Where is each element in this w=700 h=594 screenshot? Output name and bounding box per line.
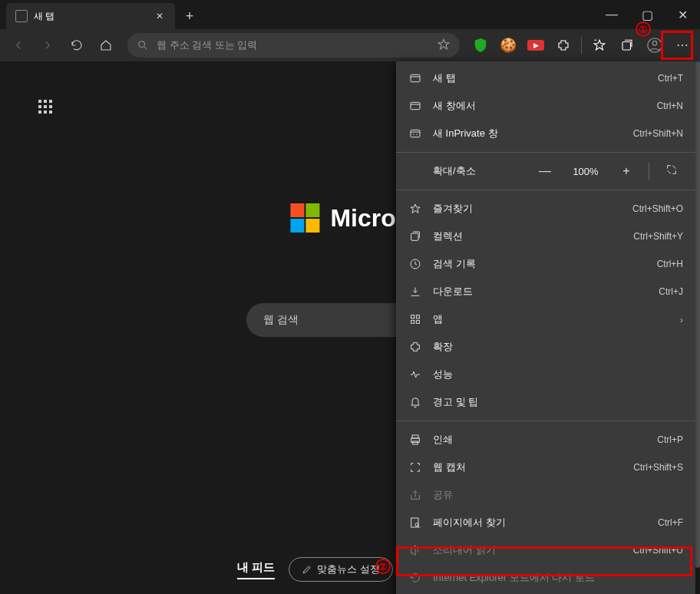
svg-rect-15 bbox=[416, 320, 419, 323]
menu-shortcut: Ctrl+Shift+O bbox=[632, 203, 683, 214]
window-icon bbox=[408, 72, 422, 84]
menu-print[interactable]: 인쇄 Ctrl+P bbox=[396, 426, 695, 454]
svg-point-3 bbox=[652, 41, 657, 46]
inprivate-icon bbox=[408, 127, 422, 140]
shield-extension-icon[interactable] bbox=[467, 32, 494, 58]
menu-alerts[interactable]: 경고 및 팁 bbox=[396, 388, 695, 416]
address-bar[interactable]: 웹 주소 검색 또는 입력 bbox=[127, 33, 460, 58]
more-menu-button[interactable] bbox=[669, 32, 695, 58]
menu-new-window[interactable]: 새 창에서 Ctrl+N bbox=[396, 92, 695, 120]
search-placeholder: 웹 검색 bbox=[263, 313, 299, 327]
forward-button[interactable] bbox=[34, 32, 61, 58]
browser-tab[interactable]: 새 탭 ✕ bbox=[6, 3, 175, 29]
puzzle-icon bbox=[408, 341, 422, 353]
feed-tab-myfeed[interactable]: 내 피드 bbox=[237, 560, 275, 579]
window-icon bbox=[408, 100, 422, 112]
printer-icon bbox=[408, 434, 422, 446]
callout-one: ① bbox=[636, 21, 651, 37]
menu-label: 페이지에서 찾기 bbox=[433, 516, 506, 530]
menu-web-capture[interactable]: 웹 캡처 Ctrl+Shift+S bbox=[396, 454, 695, 481]
video-extension-icon[interactable]: ▶ bbox=[523, 32, 549, 58]
menu-shortcut: Ctrl+J bbox=[659, 286, 683, 297]
back-button[interactable] bbox=[5, 32, 32, 58]
menu-label: 성능 bbox=[433, 368, 453, 381]
menu-read-aloud: 소리내어 읽기 Ctrl+Shift+U bbox=[396, 536, 695, 564]
apps-icon bbox=[408, 313, 422, 325]
menu-shortcut: Ctrl+Shift+Y bbox=[633, 231, 683, 242]
logo-area: Micros bbox=[290, 203, 409, 233]
menu-label: 새 InPrivate 창 bbox=[433, 127, 498, 140]
pencil-icon bbox=[302, 564, 312, 575]
menu-label: 즐겨찾기 bbox=[433, 202, 473, 216]
capture-icon bbox=[408, 461, 422, 474]
menu-shortcut: Ctrl+P bbox=[657, 434, 683, 445]
customize-news-label: 맞춤뉴스 설정 bbox=[317, 563, 380, 576]
favorites-toolbar-button[interactable] bbox=[586, 32, 612, 58]
svg-rect-18 bbox=[413, 441, 418, 444]
ie-reload-icon bbox=[408, 572, 422, 584]
search-icon bbox=[137, 39, 149, 51]
svg-rect-10 bbox=[411, 233, 418, 240]
svg-rect-12 bbox=[411, 315, 414, 318]
svg-rect-8 bbox=[411, 102, 420, 109]
menu-new-inprivate[interactable]: 새 InPrivate 창 Ctrl+Shift+N bbox=[396, 120, 695, 147]
heartbeat-icon bbox=[408, 368, 422, 381]
menu-label: 인쇄 bbox=[433, 433, 453, 447]
svg-point-5 bbox=[682, 45, 683, 46]
callout-two: ② bbox=[375, 559, 391, 574]
titlebar: 새 탭 ✕ + — ▢ ✕ bbox=[0, 0, 700, 29]
menu-collections[interactable]: 컬렉션 Ctrl+Shift+Y bbox=[396, 223, 695, 250]
tab-favicon-icon bbox=[15, 10, 28, 22]
svg-rect-1 bbox=[622, 42, 631, 51]
favorite-star-icon[interactable] bbox=[437, 38, 451, 54]
svg-rect-13 bbox=[416, 315, 419, 318]
menu-shortcut: Ctrl+Shift+U bbox=[633, 545, 683, 556]
new-tab-button[interactable]: + bbox=[175, 3, 204, 29]
cookie-extension-icon[interactable]: 🍪 bbox=[495, 32, 521, 58]
menu-shortcut: Ctrl+Shift+N bbox=[633, 128, 683, 139]
menu-ie-mode-reload: Internet Explorer 모드에서 다시 로드 bbox=[396, 564, 695, 592]
menu-label: 검색 기록 bbox=[433, 257, 476, 271]
menu-apps[interactable]: 앱 › bbox=[396, 305, 695, 333]
scrollbar-thumb[interactable] bbox=[695, 61, 700, 568]
page-scrollbar[interactable] bbox=[695, 61, 700, 583]
read-aloud-icon bbox=[408, 544, 422, 556]
menu-extensions[interactable]: 확장 bbox=[396, 333, 695, 361]
zoom-in-button[interactable]: + bbox=[615, 164, 638, 178]
window-minimize-button[interactable]: — bbox=[594, 0, 629, 29]
menu-performance[interactable]: 성능 bbox=[396, 361, 695, 388]
app-menu: 새 탭 Ctrl+T 새 창에서 Ctrl+N 새 InPrivate 창 Ct… bbox=[396, 61, 695, 594]
collections-icon bbox=[408, 230, 422, 243]
zoom-label: 확대/축소 bbox=[433, 164, 523, 178]
svg-rect-7 bbox=[411, 74, 420, 81]
menu-history[interactable]: 검색 기록 Ctrl+H bbox=[396, 250, 695, 278]
menu-shortcut: Ctrl+H bbox=[657, 259, 683, 269]
app-launcher-icon[interactable] bbox=[38, 100, 52, 114]
tab-title: 새 탭 bbox=[34, 10, 54, 23]
menu-label: 웹 캡처 bbox=[433, 460, 466, 474]
svg-point-4 bbox=[678, 45, 679, 46]
window-close-button[interactable]: ✕ bbox=[665, 0, 700, 29]
menu-downloads[interactable]: 다운로드 Ctrl+J bbox=[396, 278, 695, 305]
history-icon bbox=[408, 258, 422, 270]
svg-point-0 bbox=[139, 41, 145, 48]
home-button[interactable] bbox=[92, 32, 120, 58]
extensions-button[interactable] bbox=[550, 32, 576, 58]
menu-label: 새 탭 bbox=[433, 71, 456, 85]
menu-new-tab[interactable]: 새 탭 Ctrl+T bbox=[396, 64, 695, 92]
chevron-right-icon: › bbox=[680, 314, 683, 325]
svg-point-20 bbox=[415, 523, 418, 526]
collections-toolbar-button[interactable] bbox=[614, 32, 640, 58]
menu-label: 확장 bbox=[433, 340, 453, 354]
tab-close-button[interactable]: ✕ bbox=[154, 10, 166, 22]
toolbar-divider bbox=[581, 37, 582, 54]
find-icon bbox=[408, 516, 422, 529]
refresh-button[interactable] bbox=[63, 32, 91, 58]
star-icon bbox=[408, 203, 422, 215]
microsoft-logo-icon bbox=[290, 203, 319, 233]
menu-label: 소리내어 읽기 bbox=[433, 543, 496, 557]
zoom-out-button[interactable]: — bbox=[533, 164, 556, 178]
menu-find-on-page[interactable]: 페이지에서 찾기 Ctrl+F bbox=[396, 509, 695, 536]
menu-favorites[interactable]: 즐겨찾기 Ctrl+Shift+O bbox=[396, 195, 695, 223]
fullscreen-button[interactable] bbox=[660, 163, 683, 179]
